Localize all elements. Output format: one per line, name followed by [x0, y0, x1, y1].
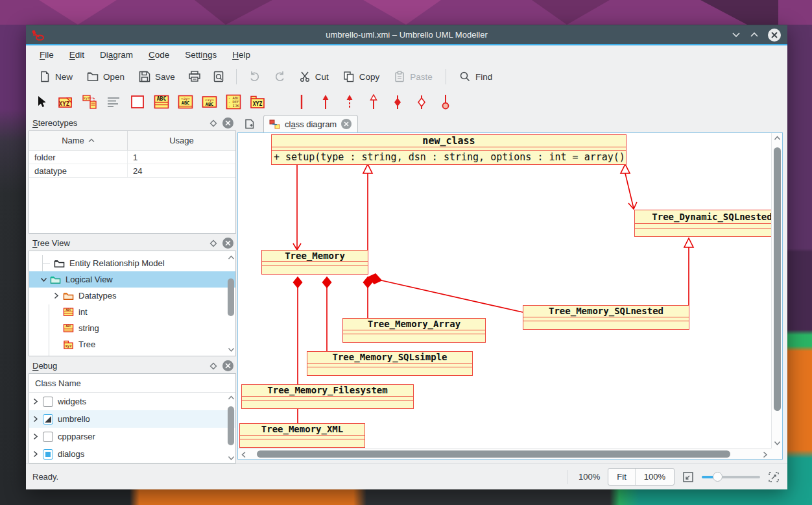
float-dock-icon[interactable] — [209, 119, 217, 127]
maximize-icon[interactable] — [750, 32, 759, 38]
print-preview-button[interactable] — [208, 68, 230, 86]
scroll-up-icon[interactable] — [774, 136, 781, 141]
chevron-right-icon[interactable] — [33, 450, 38, 458]
close-dock-icon[interactable] — [222, 117, 233, 129]
scroll-down-icon[interactable] — [774, 441, 781, 446]
debug-item-umbrello[interactable]: umbrello — [29, 410, 235, 428]
directed-association-tool[interactable] — [318, 94, 333, 110]
enum-tool[interactable]: - ABC- DEF- IJK — [226, 94, 241, 110]
scroll-up-icon[interactable] — [228, 255, 235, 260]
titlebar[interactable]: umbrello-uml.xmi – Umbrello UML Modeller — [26, 25, 787, 44]
class-tool[interactable]: XYZ — [58, 94, 73, 110]
tree-item-entity-relationship-model[interactable]: Entity Relationship Model — [29, 255, 235, 271]
debug-item-cppparser[interactable]: cppparser — [29, 428, 235, 445]
zoom-slider[interactable] — [702, 472, 760, 482]
fullscreen-icon[interactable] — [768, 471, 780, 483]
generalization-tool[interactable] — [366, 94, 381, 110]
note-tool[interactable] — [106, 94, 121, 110]
select-tool[interactable] — [34, 94, 49, 110]
tree-item-logical-view[interactable]: Logical View — [29, 271, 235, 288]
uml-class-tree-memory-xml[interactable]: Tree_Memory_XML — [239, 423, 365, 448]
debug-column-header[interactable]: Class Name — [29, 374, 235, 393]
close-dock-icon[interactable] — [222, 360, 233, 371]
checkbox-unchecked[interactable] — [43, 432, 53, 442]
tree-item-int[interactable]: ABC int — [29, 304, 235, 320]
slider-handle[interactable] — [713, 472, 722, 482]
uml-class-tree-memory-sqlsimple[interactable]: Tree_Memory_SQLsimple — [307, 351, 473, 376]
fit-page-icon[interactable] — [682, 471, 694, 483]
checkbox-unchecked[interactable] — [43, 397, 53, 407]
cut-button[interactable]: Cut — [293, 68, 335, 86]
table-row[interactable]: datatype 24 — [29, 164, 235, 178]
scroll-left-icon[interactable] — [241, 451, 246, 458]
scroll-right-icon[interactable] — [763, 451, 768, 458]
package-tool[interactable]: XYZ — [250, 94, 265, 110]
uml-class-tree-memory-filesystem[interactable]: Tree_Memory_Filesystem — [241, 384, 414, 409]
scroll-down-icon[interactable] — [228, 456, 235, 461]
composition-tool[interactable] — [390, 94, 405, 110]
box-tool[interactable] — [130, 94, 145, 110]
tab-close-icon[interactable] — [341, 119, 352, 129]
new-tab-button[interactable] — [240, 116, 259, 132]
column-header-name[interactable]: Name — [29, 131, 128, 150]
class-abc-tool[interactable]: ABC — [154, 94, 169, 110]
uml-class-tree-memory[interactable]: Tree_Memory — [261, 250, 368, 275]
uml-class-tree-memory-sqlnested[interactable]: Tree_Memory_SQLnested — [523, 305, 689, 330]
uml-class-tree-memory-array[interactable]: Tree_Memory_Array — [342, 318, 486, 343]
redo-button[interactable] — [268, 68, 291, 86]
tree-view-scrollbar[interactable] — [228, 263, 234, 342]
uml-class-tree-dynamic-sqlnested[interactable]: Tree_Dynamic_SQLnested — [634, 210, 771, 237]
scrollbar-thumb[interactable] — [774, 147, 781, 411]
menu-code[interactable]: Code — [141, 47, 176, 62]
diagram-canvas[interactable]: new_class + setup(type : string, dsn : s… — [238, 133, 771, 449]
menu-help[interactable]: Help — [225, 47, 257, 62]
menu-settings[interactable]: Settings — [178, 47, 224, 62]
table-row[interactable]: folder 1 — [29, 151, 235, 164]
dependency-tool[interactable] — [342, 94, 357, 110]
debug-item-widgets[interactable]: widgets — [29, 393, 235, 410]
open-button[interactable]: Open — [80, 68, 131, 86]
checkbox-partial[interactable] — [43, 414, 53, 425]
datatype-tool[interactable]: «xy»ABC — [202, 94, 217, 110]
float-dock-icon[interactable] — [209, 362, 217, 370]
chevron-right-icon[interactable] — [33, 433, 38, 440]
tab-class-diagram[interactable]: class diagram — [263, 115, 358, 132]
chevron-right-icon[interactable] — [51, 292, 62, 299]
menu-file[interactable]: File — [32, 47, 61, 62]
scrollbar-thumb[interactable] — [257, 450, 730, 458]
scroll-down-icon[interactable] — [228, 347, 235, 352]
canvas-vertical-scrollbar[interactable] — [771, 133, 782, 449]
debug-scrollbar[interactable] — [228, 402, 234, 458]
float-dock-icon[interactable] — [209, 240, 217, 247]
copy-button[interactable]: Copy — [337, 68, 387, 86]
close-icon[interactable] — [768, 29, 781, 42]
chevron-right-icon[interactable] — [33, 398, 38, 405]
tree-item-tree[interactable]: xyz Tree — [29, 336, 235, 352]
containment-tool[interactable] — [438, 94, 453, 110]
aggregation-tool[interactable] — [414, 94, 429, 110]
undo-button[interactable] — [243, 68, 267, 86]
chevron-right-icon[interactable] — [33, 415, 38, 423]
find-button[interactable]: Find — [453, 68, 499, 86]
chevron-down-icon[interactable] — [38, 277, 49, 282]
menu-diagram[interactable]: Diagram — [93, 47, 140, 62]
close-dock-icon[interactable] — [222, 238, 233, 249]
tree-item-string[interactable]: ABC string — [29, 320, 235, 336]
object-tool[interactable]: xyz — [82, 94, 97, 110]
paste-button[interactable]: Paste — [387, 68, 439, 86]
canvas-horizontal-scrollbar[interactable] — [238, 448, 771, 459]
minimize-icon[interactable] — [732, 32, 741, 38]
menu-edit[interactable]: Edit — [62, 47, 91, 62]
column-header-usage[interactable]: Usage — [128, 131, 235, 150]
new-button[interactable]: New — [32, 68, 79, 86]
zoom-100-button[interactable]: 100% — [635, 469, 674, 485]
save-button[interactable]: Save — [132, 68, 182, 86]
uml-class-new_class[interactable]: new_class + setup(type : string, dsn : s… — [271, 134, 627, 165]
tree-item-datatypes[interactable]: Datatypes — [29, 288, 235, 304]
debug-item-dialogs[interactable]: dialogs — [29, 445, 235, 463]
checkbox-partial-square[interactable] — [43, 449, 53, 460]
fit-button[interactable]: Fit — [608, 469, 634, 485]
association-tool[interactable] — [294, 94, 309, 110]
print-button[interactable] — [183, 68, 206, 86]
scroll-up-icon[interactable] — [228, 395, 235, 400]
